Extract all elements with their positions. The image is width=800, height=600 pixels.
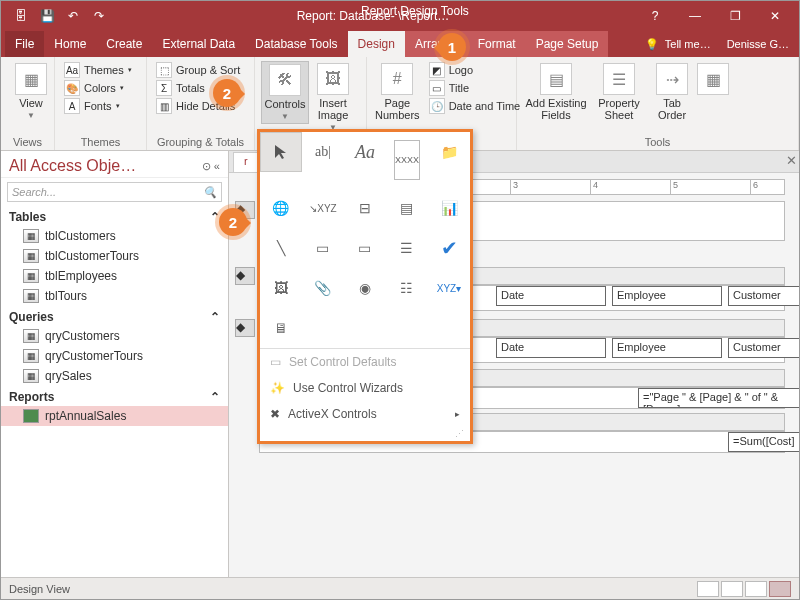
page-numbers-button[interactable]: # Page Numbers <box>373 61 422 123</box>
control-label[interactable]: Aa <box>344 132 386 172</box>
view-print-preview-button[interactable] <box>721 581 743 597</box>
wand-icon: ✨ <box>270 381 285 395</box>
view-design-button[interactable] <box>769 581 791 597</box>
report-icon <box>23 409 39 423</box>
fonts-label: Fonts <box>84 100 112 112</box>
header-date-label[interactable]: Date <box>496 286 606 306</box>
group-themes-label: Themes <box>55 136 146 148</box>
tab-database-tools[interactable]: Database Tools <box>245 31 348 57</box>
themes-button[interactable]: AaThemes ▾ <box>61 61 140 79</box>
tab-order-icon: ⇢ <box>656 63 688 95</box>
chevron-up-icon: ⌃ <box>210 390 220 404</box>
tab-external-data[interactable]: External Data <box>152 31 245 57</box>
control-textbox[interactable]: ab| <box>302 132 344 172</box>
tab-order-label: Tab Order <box>658 97 686 121</box>
control-hyperlink[interactable]: 🌐 <box>260 188 302 228</box>
controls-button[interactable]: 🛠 Controls ▼ <box>261 61 309 124</box>
add-fields-label: Add Existing Fields <box>525 97 586 121</box>
control-bound-object[interactable]: XYZ▾ <box>428 268 470 308</box>
nav-item-tblcustomertours[interactable]: ▦tblCustomerTours <box>1 246 228 266</box>
save-icon[interactable]: 💾 <box>35 4 59 28</box>
minimize-button[interactable]: — <box>675 1 715 31</box>
sum-cost-field[interactable]: =Sum([Cost] <box>728 432 799 452</box>
title-button[interactable]: ▭Title <box>426 79 524 97</box>
nav-collapse-icon[interactable]: ⊙ « <box>202 160 220 173</box>
control-attachment[interactable]: 📎 <box>302 268 344 308</box>
nav-group-tables[interactable]: Tables⌃ <box>1 206 228 226</box>
fonts-button[interactable]: AFonts ▾ <box>61 97 140 115</box>
more-tools-button[interactable]: ▦ <box>697 61 729 97</box>
tab-file[interactable]: File <box>5 31 44 57</box>
help-button[interactable]: ? <box>635 1 675 31</box>
detail-employee-field[interactable]: Employee <box>612 338 722 358</box>
page-expression-field[interactable]: ="Page " & [Page] & " of " & [Pages] <box>638 388 799 408</box>
nav-group-queries[interactable]: Queries⌃ <box>1 306 228 326</box>
nav-item-tbltours[interactable]: ▦tblTours <box>1 286 228 306</box>
undo-icon[interactable]: ↶ <box>61 4 85 28</box>
group-sort-button[interactable]: ⬚Group & Sort <box>153 61 248 79</box>
nav-item-tblemployees[interactable]: ▦tblEmployees <box>1 266 228 286</box>
nav-item-tblcustomers[interactable]: ▦tblCustomers <box>1 226 228 246</box>
section-selector[interactable]: ◆ <box>235 319 255 337</box>
view-button[interactable]: ▦ View ▼ <box>7 61 55 122</box>
menu-use-control-wizards[interactable]: ✨Use Control Wizards <box>260 375 470 401</box>
detail-date-field[interactable]: Date <box>496 338 606 358</box>
view-icon: ▦ <box>15 63 47 95</box>
control-rectangle[interactable]: ▭ <box>302 228 344 268</box>
tab-home[interactable]: Home <box>44 31 96 57</box>
colors-button[interactable]: 🎨Colors ▾ <box>61 79 140 97</box>
tab-page-setup[interactable]: Page Setup <box>526 31 609 57</box>
logo-button[interactable]: ◩Logo <box>426 61 524 79</box>
date-time-button[interactable]: 🕒Date and Time <box>426 97 524 115</box>
header-customer-label[interactable]: Customer <box>728 286 799 306</box>
table-icon: ▦ <box>23 249 39 263</box>
navigation-pane: All Access Obje… ⊙ « Search... 🔍 Tables⌃… <box>1 151 229 577</box>
close-document-icon[interactable]: ✕ <box>786 153 797 168</box>
view-layout-button[interactable] <box>745 581 767 597</box>
control-image[interactable]: 🖼 <box>260 268 302 308</box>
control-option-button[interactable]: ◉ <box>344 268 386 308</box>
nav-item-qrycustomers[interactable]: ▦qryCustomers <box>1 326 228 346</box>
control-chart[interactable]: 📊 <box>428 188 470 228</box>
tell-me[interactable]: 💡 Tell me… Denisse G… <box>635 31 799 57</box>
control-select-pointer[interactable] <box>260 132 302 172</box>
resize-grip-icon[interactable]: ⋰ <box>260 427 470 441</box>
nav-group-reports[interactable]: Reports⌃ <box>1 386 228 406</box>
tab-design[interactable]: Design <box>348 31 405 57</box>
tab-create[interactable]: Create <box>96 31 152 57</box>
control-navigation[interactable]: ↘XYZ <box>302 188 344 228</box>
menu-activex-controls[interactable]: ✖ActiveX Controls▸ <box>260 401 470 427</box>
control-tab[interactable]: 📁 <box>428 132 470 172</box>
nav-item-rptannualsales[interactable]: rptAnnualSales <box>1 406 228 426</box>
control-button[interactable]: XXXX <box>394 140 420 180</box>
insert-image-button[interactable]: 🖼 Insert Image ▼ <box>309 61 357 134</box>
header-employee-label[interactable]: Employee <box>612 286 722 306</box>
redo-icon[interactable]: ↷ <box>87 4 111 28</box>
property-sheet-button[interactable]: ☰Property Sheet <box>591 61 647 123</box>
tab-order-button[interactable]: ⇢Tab Order <box>649 61 695 123</box>
close-button[interactable]: ✕ <box>755 1 795 31</box>
control-unbound-object[interactable]: 🖥 <box>260 308 302 348</box>
add-existing-fields-button[interactable]: ▤Add Existing Fields <box>523 61 589 123</box>
document-tab[interactable]: r <box>233 152 259 172</box>
nav-header[interactable]: All Access Obje… ⊙ « <box>1 151 228 178</box>
colors-icon: 🎨 <box>64 80 80 96</box>
control-check-box[interactable]: ✔ <box>428 228 470 268</box>
tab-format[interactable]: Format <box>468 31 526 57</box>
control-line[interactable]: ╲ <box>260 228 302 268</box>
section-selector[interactable]: ◆ <box>235 267 255 285</box>
restore-button[interactable]: ❐ <box>715 1 755 31</box>
nav-item-qrysales[interactable]: ▦qrySales <box>1 366 228 386</box>
control-subform[interactable]: ☷ <box>386 268 428 308</box>
control-combo-box[interactable]: ▤ <box>386 188 428 228</box>
insert-image-label: Insert Image <box>318 97 349 121</box>
nav-group-tables-label: Tables <box>9 210 46 224</box>
control-page-break[interactable]: ⊟ <box>344 188 386 228</box>
detail-customer-field[interactable]: Customer <box>728 338 799 358</box>
control-toggle-button[interactable]: ▭ <box>344 228 386 268</box>
view-report-button[interactable] <box>697 581 719 597</box>
nav-search[interactable]: Search... 🔍 <box>7 182 222 202</box>
control-list-box[interactable]: ☰ <box>386 228 428 268</box>
nav-item-qrycustomertours[interactable]: ▦qryCustomerTours <box>1 346 228 366</box>
account-name[interactable]: Denisse G… <box>727 38 789 50</box>
